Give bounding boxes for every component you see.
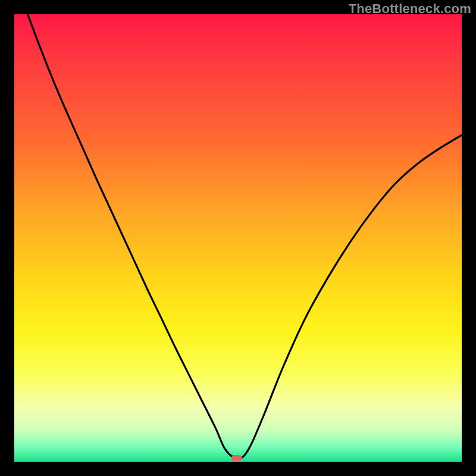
bottleneck-curve: [28, 14, 462, 459]
watermark-text: TheBottleneck.com: [349, 1, 471, 17]
plot-area: [14, 14, 462, 462]
chart-frame: TheBottleneck.com: [0, 0, 476, 476]
optimal-marker: [231, 455, 242, 461]
curve-svg: [14, 14, 462, 462]
